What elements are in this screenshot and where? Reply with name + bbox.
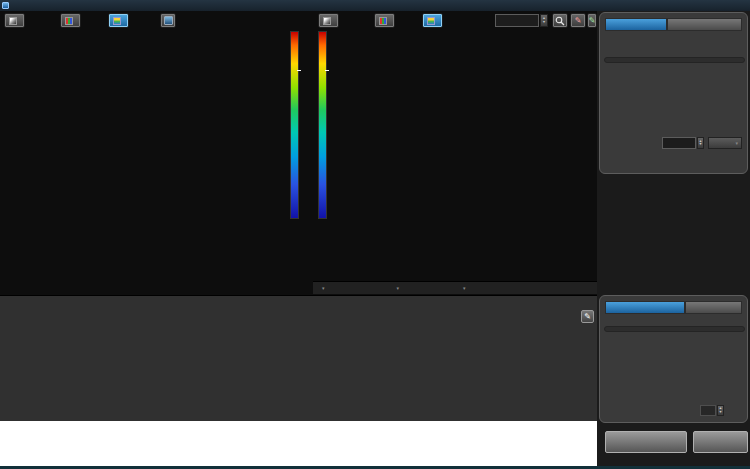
view3d-colorbar [282, 31, 310, 219]
view2d-colorbar [310, 31, 338, 219]
color-icon [379, 17, 387, 25]
3d-view-icon [164, 16, 173, 25]
intensity-icon [9, 17, 17, 25]
line-width-unit-select[interactable]: ▾ [708, 137, 742, 149]
height-profile-panel: ✎ [0, 295, 597, 421]
height-icon [113, 17, 121, 25]
title-bar [0, 0, 750, 11]
3d-height-map[interactable] [0, 29, 286, 291]
view3d-height-button[interactable] [108, 13, 129, 28]
chevron-down-icon: ▾ [735, 140, 738, 146]
intensity-icon [323, 17, 331, 25]
status-xy: ▾ [319, 285, 328, 291]
color-icon [65, 17, 73, 25]
view3d-intensity-button[interactable] [4, 13, 25, 28]
tab-auxiliary-tools[interactable] [685, 301, 742, 314]
colorbar-gradient [290, 31, 299, 219]
view2d-intensity-button[interactable] [318, 13, 339, 28]
line-width-input[interactable] [662, 137, 696, 149]
pencil-icon: ✎ [584, 312, 591, 321]
distance-stepper[interactable]: ▲▼ [717, 405, 724, 416]
cancel-button[interactable] [693, 431, 748, 453]
height-profile-chart [1, 307, 579, 419]
magnifier-icon [555, 16, 565, 26]
view2d-color-button[interactable] [374, 13, 395, 28]
create-report-button[interactable] [605, 431, 687, 453]
view3d-display-option-button[interactable] [160, 13, 176, 28]
chevron-down-icon: ▾ [463, 285, 466, 291]
pen-red-icon: ✎ [575, 16, 582, 25]
application-window: ▲▼ ✎ ✎ ▾ ▾ ▾ ▲▼ [0, 0, 750, 469]
chevron-down-icon: ▾ [322, 285, 325, 291]
status-height[interactable]: ▾ [394, 285, 403, 291]
pen-green-icon: ✎ [589, 16, 596, 25]
panel-measure: ▲▼ [599, 295, 748, 423]
height-icon [427, 17, 435, 25]
view3d-color-button[interactable] [60, 13, 81, 28]
2d-status-bar: ▾ ▾ ▾ [313, 281, 597, 294]
view2d-height-button[interactable] [422, 13, 443, 28]
app-icon [2, 2, 9, 9]
zoom-stepper[interactable]: ▲▼ [540, 14, 548, 27]
chevron-down-icon: ▾ [397, 285, 400, 291]
pen-green-button[interactable]: ✎ [587, 13, 597, 28]
pen-red-button[interactable]: ✎ [570, 13, 586, 28]
panel-specify-measurement-line: ▲▼ ▾ [599, 12, 748, 174]
zoom-select[interactable] [495, 14, 539, 27]
2d-image-view[interactable] [336, 31, 593, 281]
tab-line-type[interactable] [605, 18, 667, 31]
tab-auxiliary-tools[interactable] [667, 18, 742, 31]
line-width-stepper[interactable]: ▲▼ [697, 137, 704, 149]
status-intensity[interactable]: ▾ [460, 285, 469, 291]
colorbar-gradient [318, 31, 327, 219]
edit-profile-button[interactable]: ✎ [581, 310, 594, 323]
magnifier-button[interactable] [552, 13, 568, 28]
distance-input[interactable] [700, 405, 716, 416]
results-table [0, 421, 597, 466]
tab-measuring-function[interactable] [605, 301, 685, 314]
